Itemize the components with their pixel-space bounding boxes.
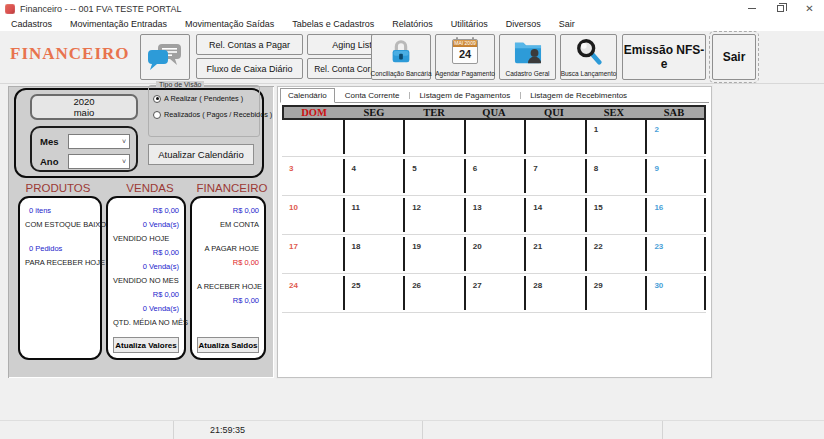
conciliacao-bancaria-button[interactable]: Conciliação Bancária [371,34,431,80]
atualiza-saldos-button[interactable]: Atualiza Saldos [197,337,259,353]
calendar-day-cell[interactable]: 28 [524,276,585,310]
calendar-day-cell[interactable]: 15 [585,198,646,232]
day-number: 30 [654,281,663,290]
messages-button[interactable] [140,34,190,80]
day-number: 25 [352,281,361,290]
atualizar-calendario-button[interactable]: Atualizar Calendário [148,144,254,165]
menu-movimentacao-entradas[interactable]: Movimentação Entradas [61,19,176,29]
tipo-de-visao-legend: Tipo de Visão [156,81,204,88]
vendido-hoje-label: VENDIDO HOJE [113,234,179,244]
calendar-empty-cell[interactable] [403,120,464,154]
cadastro-geral-button[interactable]: Cadastro Geral [499,34,556,80]
chat-bubbles-icon [147,43,183,71]
calendar-day-cell[interactable]: 16 [645,198,706,232]
tab-listagem-recebimentos[interactable]: Listagem de Recebimentos [520,89,637,102]
mes-label: Mes [40,136,68,147]
tab-calendario[interactable]: Calendário [280,88,335,103]
calendar-day-cell[interactable]: 30 [645,276,706,310]
radio-a-realizar[interactable]: A Realizar ( Pendentes ) [153,94,256,103]
agendar-pagamento-button[interactable]: MAI 2009 24 Agendar Pagamento [435,34,495,80]
menu-movimentacao-saidas[interactable]: Movimentação Saídas [176,19,283,29]
calendar-empty-cell[interactable] [282,120,343,154]
icon-button-label: Cadastro Geral [505,70,549,79]
calendar-day-cell[interactable]: 26 [403,276,464,310]
calendar-day-cell[interactable]: 2 [645,120,706,154]
calendar-day-cell[interactable]: 25 [343,276,404,310]
calendar-day-cell[interactable]: 20 [464,237,525,271]
radio-realizados[interactable]: Realizados ( Pagos / Recebidos ) [153,110,256,119]
calendar-day-cell[interactable]: 4 [343,159,404,193]
rel-contas-a-pagar-button[interactable]: Rel. Contas a Pagar [196,34,303,55]
day-number: 2 [654,125,658,134]
menu-diversos[interactable]: Diversos [497,19,550,29]
calendar-day-cell[interactable]: 5 [403,159,464,193]
calendar-day-cell[interactable]: 24 [282,276,343,310]
calendar-day-cell[interactable]: 29 [585,276,646,310]
day-number: 9 [654,164,658,173]
produtos-box: 0 itens COM ESTOQUE BAIXO 0 Pedidos PARA… [18,196,102,360]
busca-lancamento-button[interactable]: Busca Lançamento [560,34,617,80]
calendar-day-cell[interactable]: 12 [403,198,464,232]
close-button[interactable]: ✕ [795,0,824,17]
menu-utilitarios[interactable]: Utilitários [442,19,497,29]
calendar-day-cell[interactable]: 11 [343,198,404,232]
radio-label: Realizados ( Pagos / Recebidos ) [164,110,272,119]
calendar-day-cell[interactable]: 7 [524,159,585,193]
day-number: 27 [473,281,482,290]
tab-conta-corrente[interactable]: Conta Corrente [335,89,410,102]
pedidos-receber-label: PARA RECEBER HOJE [25,258,95,268]
minimize-button[interactable] [737,0,766,17]
tab-listagem-pagamentos[interactable]: Listagem de Pagamentos [409,89,520,102]
a-receber-hoje-valor: R$ 0,00 [197,296,259,306]
calendar-day-cell[interactable]: 6 [464,159,525,193]
calendar-day-cell[interactable]: 1 [585,120,646,154]
ano-select[interactable]: ˅ [68,154,130,169]
day-number: 26 [412,281,421,290]
day-number: 23 [654,242,663,251]
lock-icon [387,38,415,65]
brand-title: FINANCEIRO [10,44,130,64]
menu-relatorios[interactable]: Relatórios [383,19,442,29]
calendar-week-row: 17181920212223 [282,237,706,271]
calendar-day-cell[interactable]: 18 [343,237,404,271]
day-number: 21 [533,242,542,251]
calendar-empty-cell[interactable] [464,120,525,154]
calendar-day-cell[interactable]: 13 [464,198,525,232]
calendar-row-separator [282,195,706,196]
em-conta-label: EM CONTA [197,220,259,230]
calendar-day-cell[interactable]: 9 [645,159,706,193]
day-number: 22 [594,242,603,251]
weekday-ter: TER [404,107,464,118]
emissao-nfse-button[interactable]: Emissão NFS-e [622,34,706,80]
vendido-hoje-qtd: 0 Venda(s) [113,220,179,230]
sair-button[interactable]: Sair [712,34,756,80]
calendar-empty-cell[interactable] [524,120,585,154]
calendar-day-cell[interactable]: 17 [282,237,343,271]
calendar-day-cell[interactable]: 3 [282,159,343,193]
fluxo-de-caixa-diario-button[interactable]: Fluxo de Caixa Diário [196,58,303,79]
calendar-day-cell[interactable]: 8 [585,159,646,193]
current-month: maio [74,107,95,118]
menu-sair[interactable]: Sair [550,19,584,29]
menu-cadastros[interactable]: Cadastros [2,19,61,29]
app-icon [5,4,15,14]
icon-button-label: Agendar Pagamento [435,70,495,79]
media-mes-valor: R$ 0,00 [113,290,179,300]
menu-tabelas-e-cadastros[interactable]: Tabelas e Cadastros [283,19,383,29]
restore-button[interactable] [766,0,795,17]
calendar-day-cell[interactable]: 10 [282,198,343,232]
tab-strip: Calendário Conta Corrente Listagem de Pa… [280,88,709,103]
calendar-day-cell[interactable]: 14 [524,198,585,232]
calendar-day-cell[interactable]: 19 [403,237,464,271]
weekday-sab: SAB [644,107,704,118]
vendido-mes-label: VENDIDO NO MES [113,276,179,286]
calendar-empty-cell[interactable] [343,120,404,154]
atualiza-valores-button[interactable]: Atualiza Valores [113,337,179,353]
calendar-day-cell[interactable]: 27 [464,276,525,310]
calendar-day-cell[interactable]: 21 [524,237,585,271]
day-number: 13 [473,203,482,212]
calendar-day-cell[interactable]: 22 [585,237,646,271]
mes-select[interactable]: ˅ [68,134,130,149]
statusbar-divider [422,421,423,439]
calendar-day-cell[interactable]: 23 [645,237,706,271]
